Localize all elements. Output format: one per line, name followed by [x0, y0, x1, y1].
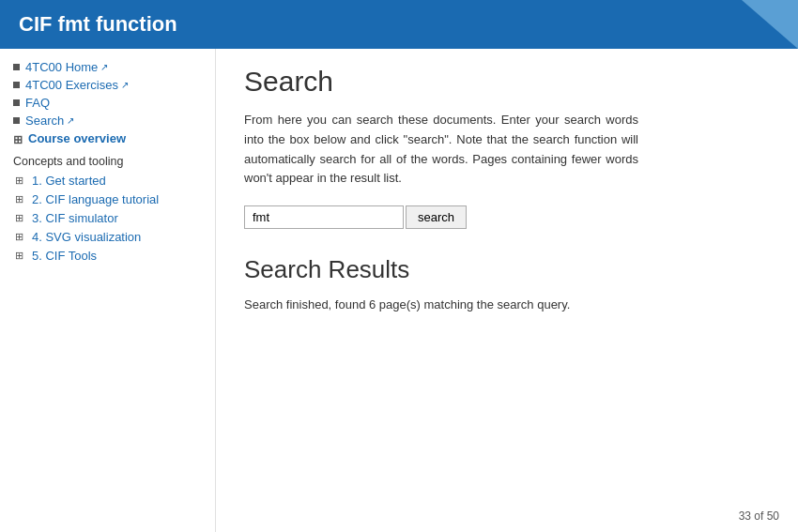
tree-arrow-icon: ⊞: [15, 212, 28, 225]
tree-arrow-icon: ⊞: [15, 250, 28, 263]
bullet-icon: [13, 99, 20, 106]
page-footer: 33 of 50: [739, 509, 779, 523]
search-input[interactable]: [244, 205, 404, 229]
sidebar-nav-item-course-overview[interactable]: ⊞ Course overview: [13, 131, 202, 145]
bullet-icon: [13, 117, 20, 124]
sidebar-tree-item-1[interactable]: ⊞ 1. Get started: [13, 174, 202, 188]
bullet-icon: [13, 64, 20, 70]
page-number: 33 of 50: [739, 509, 779, 523]
header-title: CIF fmt function: [19, 12, 177, 37]
external-link-icon: ↗: [67, 115, 74, 126]
sidebar-tree-item-2[interactable]: ⊞ 2. CIF language tutorial: [13, 192, 202, 206]
content-area: Search From here you can search these do…: [216, 49, 798, 532]
sidebar-tree-item-3[interactable]: ⊞ 3. CIF simulator: [13, 211, 202, 225]
external-link-icon: ↗: [121, 80, 129, 90]
sidebar: 4TC00 Home ↗ 4TC00 Exercises ↗ FAQ Searc…: [0, 49, 216, 532]
sidebar-nav-item-home[interactable]: 4TC00 Home ↗: [13, 60, 202, 74]
tree-arrow-icon: ⊞: [15, 231, 28, 244]
sidebar-nav-item-exercises[interactable]: 4TC00 Exercises ↗: [13, 78, 202, 92]
results-heading: Search Results: [244, 255, 770, 284]
results-text: Search finished, found 6 page(s) matchin…: [244, 296, 638, 315]
expand-arrow-icon: ⊞: [13, 133, 24, 144]
main-layout: 4TC00 Home ↗ 4TC00 Exercises ↗ FAQ Searc…: [0, 49, 798, 532]
tree-arrow-icon: ⊞: [15, 193, 28, 206]
search-button[interactable]: search: [406, 205, 467, 229]
sidebar-tree-item-4[interactable]: ⊞ 4. SVG visualization: [13, 230, 202, 244]
bullet-icon: [13, 82, 20, 88]
search-bar: search: [244, 205, 770, 229]
tree-arrow-icon: ⊞: [15, 175, 28, 188]
sidebar-tree-item-5[interactable]: ⊞ 5. CIF Tools: [13, 249, 202, 263]
sidebar-nav-item-search[interactable]: Search ↗: [13, 114, 202, 128]
sidebar-section-label: Concepts and tooling: [13, 155, 202, 168]
description-text: From here you can search these documents…: [244, 111, 638, 189]
sidebar-nav-item-faq[interactable]: FAQ: [13, 96, 202, 110]
header-decoration: [742, 0, 798, 49]
external-link-icon: ↗: [100, 62, 108, 72]
page-heading: Search: [244, 66, 770, 98]
header: CIF fmt function: [0, 0, 798, 49]
